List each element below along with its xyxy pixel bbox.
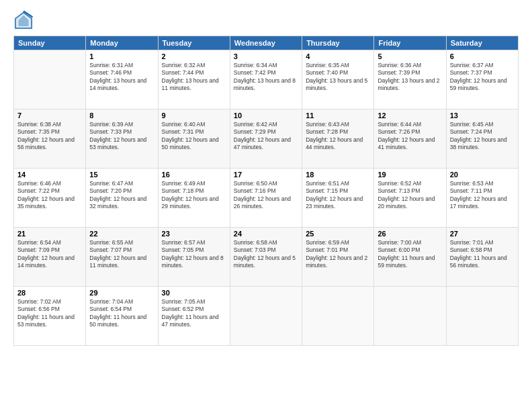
calendar-cell: 8Sunrise: 6:39 AMSunset: 7:33 PMDaylight… — [86, 109, 158, 169]
day-info: Sunrise: 6:55 AMSunset: 7:07 PMDaylight:… — [89, 239, 154, 270]
logo — [13, 10, 37, 30]
calendar-cell: 6Sunrise: 6:37 AMSunset: 7:37 PMDaylight… — [446, 50, 518, 109]
day-info: Sunrise: 6:42 AMSunset: 7:29 PMDaylight:… — [234, 121, 298, 152]
calendar-cell: 23Sunrise: 6:57 AMSunset: 7:05 PMDayligh… — [158, 228, 230, 287]
day-info: Sunrise: 6:38 AMSunset: 7:35 PMDaylight:… — [17, 121, 82, 152]
calendar-cell: 27Sunrise: 7:01 AMSunset: 6:58 PMDayligh… — [446, 228, 518, 287]
day-number: 2 — [162, 52, 226, 60]
header — [13, 10, 519, 30]
calendar-cell: 12Sunrise: 6:44 AMSunset: 7:26 PMDayligh… — [374, 109, 446, 169]
calendar-cell: 3Sunrise: 6:34 AMSunset: 7:42 PMDaylight… — [230, 50, 302, 109]
header-day-wednesday: Wednesday — [230, 36, 302, 50]
calendar-cell: 14Sunrise: 6:46 AMSunset: 7:22 PMDayligh… — [14, 169, 86, 228]
calendar-cell: 20Sunrise: 6:53 AMSunset: 7:11 PMDayligh… — [446, 169, 518, 228]
day-info: Sunrise: 6:45 AMSunset: 7:24 PMDaylight:… — [450, 121, 515, 152]
day-info: Sunrise: 6:50 AMSunset: 7:16 PMDaylight:… — [234, 180, 298, 211]
calendar-body: 1Sunrise: 6:31 AMSunset: 7:46 PMDaylight… — [14, 50, 519, 346]
day-number: 26 — [378, 230, 442, 238]
calendar-header: SundayMondayTuesdayWednesdayThursdayFrid… — [14, 36, 519, 50]
day-number: 5 — [378, 52, 442, 60]
calendar-cell: 18Sunrise: 6:51 AMSunset: 7:15 PMDayligh… — [302, 169, 374, 228]
calendar-cell: 30Sunrise: 7:05 AMSunset: 6:52 PMDayligh… — [158, 287, 230, 346]
day-number: 7 — [17, 111, 82, 120]
header-day-sunday: Sunday — [14, 36, 86, 50]
day-info: Sunrise: 6:57 AMSunset: 7:05 PMDaylight:… — [162, 239, 226, 270]
day-number: 3 — [234, 52, 298, 60]
day-info: Sunrise: 6:40 AMSunset: 7:31 PMDaylight:… — [162, 121, 226, 152]
day-info: Sunrise: 7:00 AMSunset: 6:00 PMDaylight:… — [378, 239, 442, 270]
header-day-monday: Monday — [86, 36, 158, 50]
week-row-1: 7Sunrise: 6:38 AMSunset: 7:35 PMDaylight… — [14, 109, 519, 169]
day-info: Sunrise: 6:46 AMSunset: 7:22 PMDaylight:… — [17, 180, 82, 211]
day-info: Sunrise: 6:52 AMSunset: 7:13 PMDaylight:… — [378, 180, 442, 211]
day-number: 8 — [89, 111, 154, 120]
day-number: 21 — [17, 230, 82, 238]
day-info: Sunrise: 6:35 AMSunset: 7:40 PMDaylight:… — [306, 62, 370, 93]
day-number: 19 — [378, 171, 442, 179]
calendar-cell: 1Sunrise: 6:31 AMSunset: 7:46 PMDaylight… — [86, 50, 158, 109]
header-day-friday: Friday — [374, 36, 446, 50]
day-number: 24 — [234, 230, 298, 238]
day-number: 29 — [89, 289, 154, 297]
day-number: 10 — [234, 111, 298, 120]
calendar-cell — [302, 287, 374, 346]
calendar-cell: 4Sunrise: 6:35 AMSunset: 7:40 PMDaylight… — [302, 50, 374, 109]
page: SundayMondayTuesdayWednesdayThursdayFrid… — [0, 0, 532, 411]
calendar-cell: 7Sunrise: 6:38 AMSunset: 7:35 PMDaylight… — [14, 109, 86, 169]
day-number: 11 — [306, 111, 370, 120]
day-info: Sunrise: 6:32 AMSunset: 7:44 PMDaylight:… — [162, 62, 226, 93]
week-row-3: 21Sunrise: 6:54 AMSunset: 7:09 PMDayligh… — [14, 228, 519, 287]
calendar-cell: 10Sunrise: 6:42 AMSunset: 7:29 PMDayligh… — [230, 109, 302, 169]
calendar-cell: 5Sunrise: 6:36 AMSunset: 7:39 PMDaylight… — [374, 50, 446, 109]
calendar-cell: 13Sunrise: 6:45 AMSunset: 7:24 PMDayligh… — [446, 109, 518, 169]
day-number: 15 — [89, 171, 154, 179]
day-info: Sunrise: 6:49 AMSunset: 7:18 PMDaylight:… — [162, 180, 226, 211]
day-number: 9 — [162, 111, 226, 120]
calendar-table: SundayMondayTuesdayWednesdayThursdayFrid… — [13, 36, 519, 346]
calendar-cell — [14, 50, 86, 109]
calendar-cell: 28Sunrise: 7:02 AMSunset: 6:56 PMDayligh… — [14, 287, 86, 346]
day-info: Sunrise: 6:58 AMSunset: 7:03 PMDaylight:… — [234, 239, 298, 270]
calendar-cell: 2Sunrise: 6:32 AMSunset: 7:44 PMDaylight… — [158, 50, 230, 109]
calendar-cell: 19Sunrise: 6:52 AMSunset: 7:13 PMDayligh… — [374, 169, 446, 228]
calendar-cell: 9Sunrise: 6:40 AMSunset: 7:31 PMDaylight… — [158, 109, 230, 169]
day-info: Sunrise: 6:37 AMSunset: 7:37 PMDaylight:… — [450, 62, 515, 93]
day-info: Sunrise: 6:54 AMSunset: 7:09 PMDaylight:… — [17, 239, 82, 270]
calendar-cell: 26Sunrise: 7:00 AMSunset: 6:00 PMDayligh… — [374, 228, 446, 287]
day-info: Sunrise: 7:01 AMSunset: 6:58 PMDaylight:… — [450, 239, 515, 270]
calendar-cell: 25Sunrise: 6:59 AMSunset: 7:01 PMDayligh… — [302, 228, 374, 287]
calendar-cell: 24Sunrise: 6:58 AMSunset: 7:03 PMDayligh… — [230, 228, 302, 287]
day-info: Sunrise: 6:44 AMSunset: 7:26 PMDaylight:… — [378, 121, 442, 152]
day-info: Sunrise: 6:34 AMSunset: 7:42 PMDaylight:… — [234, 62, 298, 93]
day-info: Sunrise: 6:43 AMSunset: 7:28 PMDaylight:… — [306, 121, 370, 152]
day-number: 6 — [450, 52, 515, 60]
calendar-cell — [374, 287, 446, 346]
header-row: SundayMondayTuesdayWednesdayThursdayFrid… — [14, 36, 519, 50]
day-number: 25 — [306, 230, 370, 238]
day-info: Sunrise: 7:02 AMSunset: 6:56 PMDaylight:… — [17, 298, 82, 329]
day-info: Sunrise: 7:04 AMSunset: 6:54 PMDaylight:… — [89, 298, 154, 329]
calendar-cell: 21Sunrise: 6:54 AMSunset: 7:09 PMDayligh… — [14, 228, 86, 287]
day-number: 22 — [89, 230, 154, 238]
calendar-cell — [446, 287, 518, 346]
day-info: Sunrise: 6:51 AMSunset: 7:15 PMDaylight:… — [306, 180, 370, 211]
day-number: 4 — [306, 52, 370, 60]
day-number: 18 — [306, 171, 370, 179]
header-day-tuesday: Tuesday — [158, 36, 230, 50]
day-info: Sunrise: 6:31 AMSunset: 7:46 PMDaylight:… — [89, 62, 154, 93]
calendar-cell — [230, 287, 302, 346]
day-number: 12 — [378, 111, 442, 120]
calendar-cell: 16Sunrise: 6:49 AMSunset: 7:18 PMDayligh… — [158, 169, 230, 228]
day-number: 27 — [450, 230, 515, 238]
calendar-cell: 11Sunrise: 6:43 AMSunset: 7:28 PMDayligh… — [302, 109, 374, 169]
calendar-cell: 22Sunrise: 6:55 AMSunset: 7:07 PMDayligh… — [86, 228, 158, 287]
day-number: 16 — [162, 171, 226, 179]
day-number: 28 — [17, 289, 82, 297]
calendar-cell: 15Sunrise: 6:47 AMSunset: 7:20 PMDayligh… — [86, 169, 158, 228]
day-number: 14 — [17, 171, 82, 179]
header-day-saturday: Saturday — [446, 36, 518, 50]
day-info: Sunrise: 6:47 AMSunset: 7:20 PMDaylight:… — [89, 180, 154, 211]
header-day-thursday: Thursday — [302, 36, 374, 50]
logo-icon — [13, 10, 34, 30]
week-row-2: 14Sunrise: 6:46 AMSunset: 7:22 PMDayligh… — [14, 169, 519, 228]
